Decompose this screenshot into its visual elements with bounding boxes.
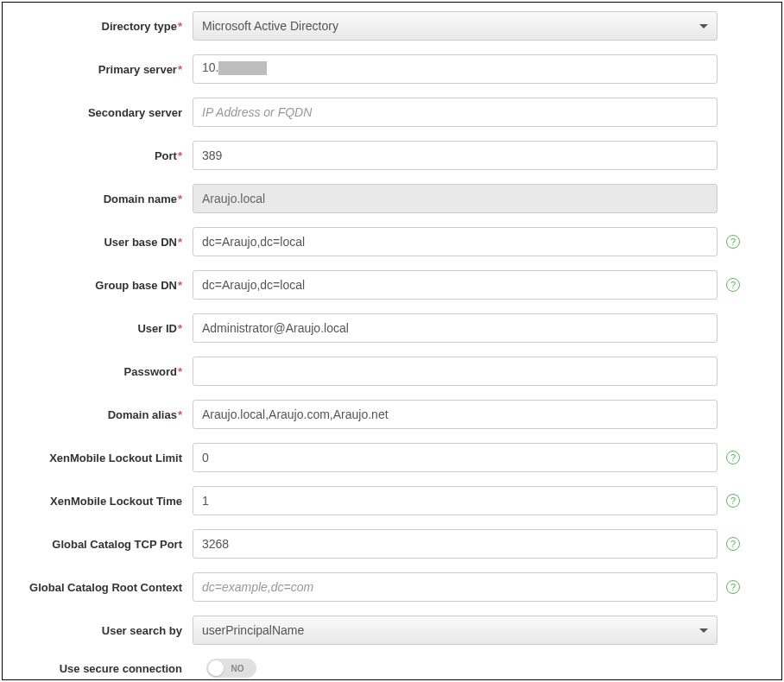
- user-base-dn-input[interactable]: [193, 227, 718, 256]
- user-search-by-value: userPrincipalName: [202, 623, 304, 637]
- label-domain-name: Domain name*: [20, 193, 193, 205]
- label-password: Password*: [20, 365, 193, 378]
- secondary-server-input[interactable]: [193, 98, 718, 127]
- port-input[interactable]: [193, 141, 718, 170]
- row-port: Port*: [20, 141, 764, 170]
- directory-type-value: Microsoft Active Directory: [202, 19, 338, 33]
- lockout-time-input[interactable]: [193, 486, 718, 515]
- help-icon[interactable]: ?: [726, 537, 740, 551]
- label-lockout-time: XenMobile Lockout Time: [20, 495, 193, 508]
- label-secondary-server: Secondary server: [20, 106, 193, 119]
- label-user-id: User ID*: [20, 322, 193, 335]
- row-user-search-by: User search by userPrincipalName: [20, 616, 764, 645]
- gc-tcp-port-input[interactable]: [193, 529, 718, 559]
- row-lockout-limit: XenMobile Lockout Limit ?: [20, 443, 764, 472]
- domain-name-input: [193, 184, 718, 213]
- row-domain-alias: Domain alias*: [20, 400, 764, 429]
- lockout-limit-input[interactable]: [193, 443, 718, 472]
- row-lockout-time: XenMobile Lockout Time ?: [20, 486, 764, 515]
- primary-server-input[interactable]: 10.: [193, 54, 718, 84]
- redacted-block: [218, 61, 267, 75]
- row-use-secure: Use secure connection NO: [20, 659, 764, 678]
- label-primary-server: Primary server*: [20, 63, 193, 76]
- label-use-secure: Use secure connection: [20, 662, 193, 675]
- label-user-search-by: User search by: [20, 624, 193, 637]
- password-input[interactable]: [193, 357, 718, 386]
- row-password: Password*: [20, 357, 764, 386]
- ldap-config-form: Directory type* Microsoft Active Directo…: [2, 2, 782, 680]
- caret-down-icon: [699, 24, 708, 28]
- domain-alias-input[interactable]: [193, 400, 718, 429]
- directory-type-select[interactable]: Microsoft Active Directory: [193, 11, 718, 41]
- use-secure-toggle[interactable]: NO: [206, 659, 256, 678]
- caret-down-icon: [699, 628, 708, 633]
- row-secondary-server: Secondary server: [20, 98, 764, 127]
- row-user-id: User ID*: [20, 313, 764, 343]
- label-lockout-limit: XenMobile Lockout Limit: [20, 452, 193, 464]
- row-group-base-dn: Group base DN* ?: [20, 270, 764, 300]
- label-group-base-dn: Group base DN*: [20, 279, 193, 292]
- label-domain-alias: Domain alias*: [20, 408, 193, 421]
- label-port: Port*: [20, 149, 193, 162]
- row-gc-tcp-port: Global Catalog TCP Port ?: [20, 529, 764, 559]
- help-icon[interactable]: ?: [726, 278, 740, 292]
- label-user-base-dn: User base DN*: [20, 236, 193, 249]
- row-primary-server: Primary server* 10.: [20, 54, 764, 84]
- label-gc-tcp-port: Global Catalog TCP Port: [20, 538, 193, 551]
- help-icon[interactable]: ?: [726, 235, 740, 249]
- help-icon[interactable]: ?: [726, 494, 740, 508]
- group-base-dn-input[interactable]: [193, 270, 718, 300]
- help-icon[interactable]: ?: [726, 451, 740, 464]
- row-directory-type: Directory type* Microsoft Active Directo…: [20, 11, 764, 41]
- user-id-input[interactable]: [193, 313, 718, 343]
- row-domain-name: Domain name*: [20, 184, 764, 213]
- label-gc-root-context: Global Catalog Root Context: [20, 581, 193, 594]
- row-user-base-dn: User base DN* ?: [20, 227, 764, 256]
- label-directory-type: Directory type*: [20, 20, 193, 33]
- gc-root-context-input[interactable]: [193, 572, 718, 602]
- help-icon[interactable]: ?: [726, 580, 740, 594]
- user-search-by-select[interactable]: userPrincipalName: [193, 616, 718, 645]
- row-gc-root-context: Global Catalog Root Context ?: [20, 572, 764, 602]
